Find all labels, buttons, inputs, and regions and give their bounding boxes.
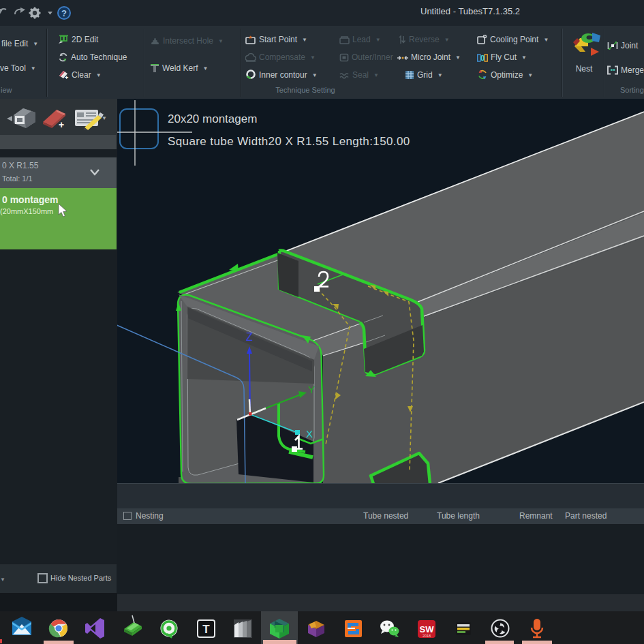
svg-text:+: + [65,74,68,80]
svg-text:T: T [202,623,210,636]
svg-text:Square tube Width20 X R1.55 Le: Square tube Width20 X R1.55 Length:150.0… [168,135,410,148]
svg-text:Z: Z [246,331,253,343]
svg-text:20x20 montagem: 20x20 montagem [168,112,257,125]
svg-text:SW: SW [420,624,435,634]
svg-text:?: ? [61,8,67,18]
svg-text:+: + [59,119,64,130]
svg-text:X: X [306,428,313,440]
svg-text:Y: Y [308,384,315,395]
svg-text:2018: 2018 [423,634,431,638]
